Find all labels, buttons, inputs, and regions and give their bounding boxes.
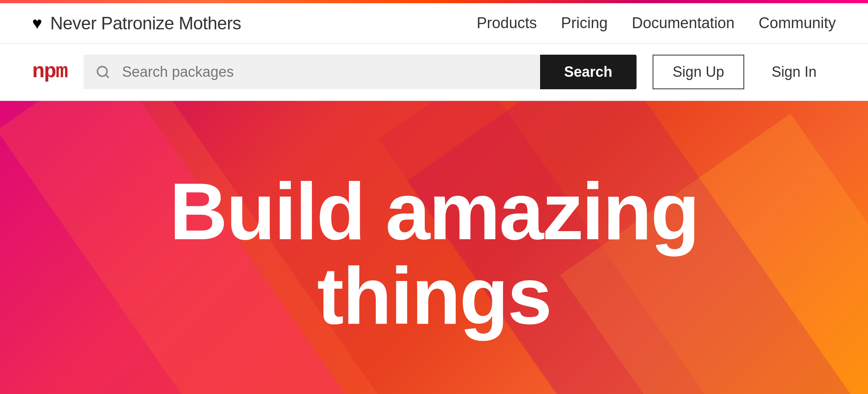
nav-link-pricing[interactable]: Pricing xyxy=(561,14,608,32)
hero-text: Build amazing things xyxy=(170,169,699,338)
search-section: npm Search Sign Up Sign In xyxy=(0,43,868,101)
nav-link-products[interactable]: Products xyxy=(477,14,537,32)
heart-icon: ♥ xyxy=(32,14,42,33)
top-nav-links: Products Pricing Documentation Community xyxy=(477,14,836,32)
top-nav: ♥ Never Patronize Mothers Products Prici… xyxy=(0,3,868,43)
search-button[interactable]: Search xyxy=(540,55,637,89)
hero-section: Build amazing things xyxy=(0,101,868,394)
search-input[interactable] xyxy=(122,55,540,89)
nav-link-community[interactable]: Community xyxy=(759,14,836,32)
nav-link-documentation[interactable]: Documentation xyxy=(632,14,735,32)
brand-name: Never Patronize Mothers xyxy=(50,13,241,33)
brand-logo-area: ♥ Never Patronize Mothers xyxy=(32,13,241,33)
signup-button[interactable]: Sign Up xyxy=(653,55,744,89)
hero-headline-line2: things xyxy=(317,251,551,341)
npm-logo: npm xyxy=(32,62,68,82)
signin-button[interactable]: Sign In xyxy=(752,55,836,89)
svg-line-1 xyxy=(106,75,108,78)
search-container: Search xyxy=(84,55,637,89)
search-icon xyxy=(84,65,122,79)
hero-headline: Build amazing things xyxy=(170,169,699,338)
top-banner xyxy=(0,0,868,3)
hero-headline-line1: Build amazing xyxy=(170,166,699,256)
auth-buttons: Sign Up Sign In xyxy=(653,55,836,89)
